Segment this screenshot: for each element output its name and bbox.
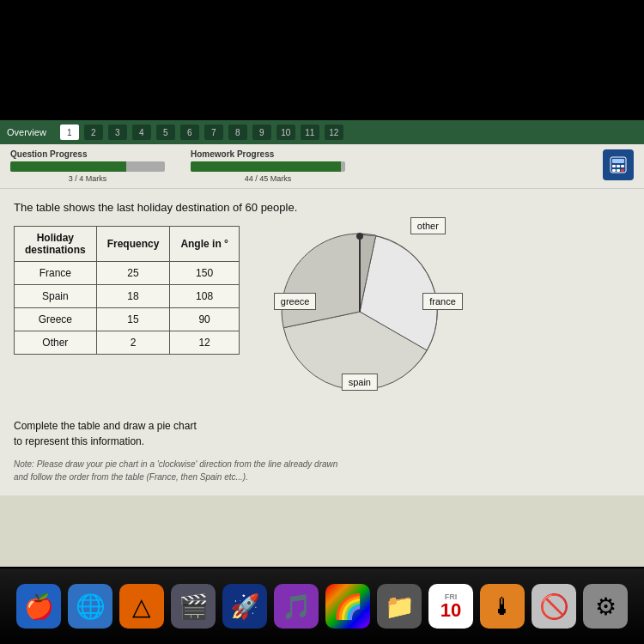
cell-greece-freq: 15 — [96, 308, 170, 331]
question-text: The table shows the last holiday destina… — [14, 201, 630, 214]
nav-overview[interactable]: Overview — [7, 127, 46, 137]
homework-progress-fill — [191, 161, 341, 172]
progress-section: Question Progress 3 / 4 Marks Homework P… — [0, 144, 644, 189]
complete-instruction: Complete the table and draw a pie chartt… — [14, 418, 630, 449]
note-text: Note: Please draw your pie chart in a 'c… — [14, 458, 630, 483]
question-progress-block: Question Progress 3 / 4 Marks — [10, 149, 165, 183]
dock-color[interactable]: 🌈 — [325, 584, 370, 629]
nav-num-2[interactable]: 2 — [84, 125, 103, 140]
cell-spain-angle: 108 — [170, 285, 239, 308]
dock-launchpad[interactable]: 🚀 — [222, 584, 267, 629]
dock-files[interactable]: 📁 — [377, 584, 422, 629]
nav-num-12[interactable]: 12 — [325, 125, 343, 140]
nav-num-9[interactable]: 9 — [252, 125, 271, 140]
col-header-frequency: Frequency — [96, 227, 170, 262]
cell-greece: Greece — [15, 308, 97, 331]
homework-progress-value: 44 / 45 Marks — [191, 174, 345, 183]
content-area: The table shows the last holiday destina… — [0, 189, 644, 495]
cell-spain-freq: 18 — [96, 285, 170, 308]
dock-siri[interactable]: 🎵 — [274, 584, 319, 629]
nav-num-4[interactable]: 4 — [132, 125, 151, 140]
svg-rect-6 — [617, 169, 620, 172]
nav-num-7[interactable]: 7 — [204, 125, 223, 140]
cell-other-freq: 2 — [96, 331, 170, 355]
svg-rect-3 — [617, 165, 620, 167]
dock-settings[interactable]: ⚙ — [583, 584, 628, 629]
svg-rect-2 — [612, 165, 616, 167]
table-row: France 25 150 — [15, 262, 240, 285]
cell-greece-angle: 90 — [170, 308, 239, 331]
svg-point-10 — [356, 233, 363, 240]
cell-france: France — [15, 262, 97, 285]
table-row: Other 2 12 — [15, 331, 240, 355]
nav-num-10[interactable]: 10 — [276, 125, 295, 140]
question-progress-value: 3 / 4 Marks — [10, 174, 165, 183]
nav-num-1[interactable]: 1 — [60, 125, 79, 140]
pie-label-france: france — [422, 293, 463, 310]
nav-num-11[interactable]: 11 — [301, 125, 319, 140]
nav-num-5[interactable]: 5 — [156, 125, 175, 140]
dock-finder[interactable]: 🍎 — [16, 584, 61, 629]
svg-rect-5 — [612, 169, 616, 172]
nav-num-3[interactable]: 3 — [108, 125, 127, 140]
dock-photos[interactable]: 🎬 — [171, 584, 216, 629]
question-progress-bar — [10, 161, 165, 172]
table-row: Greece 15 90 — [15, 308, 240, 331]
nav-num-8[interactable]: 8 — [228, 125, 247, 140]
col-header-angle: Angle in ° — [170, 227, 239, 262]
cell-spain: Spain — [15, 285, 97, 308]
cell-other-angle: 12 — [170, 331, 239, 355]
pie-label-greece: greece — [274, 293, 317, 310]
svg-rect-1 — [612, 159, 624, 163]
cell-france-freq: 25 — [96, 262, 170, 285]
nav-num-6[interactable]: 6 — [180, 125, 199, 140]
calculator-icon[interactable] — [603, 149, 634, 180]
cell-france-angle: 150 — [170, 262, 239, 285]
dock-no[interactable]: 🚫 — [532, 584, 576, 629]
table-chart-row: Holidaydestinations Frequency Angle in °… — [14, 226, 630, 406]
dock-safari[interactable]: 🌐 — [68, 584, 112, 629]
homework-progress-label: Homework Progress — [191, 149, 345, 159]
col-header-destinations: Holidaydestinations — [15, 227, 97, 262]
homework-progress-bar — [191, 161, 345, 172]
svg-rect-4 — [621, 165, 624, 167]
cell-other: Other — [15, 331, 97, 355]
data-table: Holidaydestinations Frequency Angle in °… — [14, 226, 240, 355]
question-progress-fill — [10, 161, 126, 172]
dock-weather[interactable]: 🌡 — [480, 584, 525, 629]
dock-calendar[interactable]: FRI 10 — [428, 584, 473, 629]
nav-bar: Overview 1 2 3 4 5 6 7 8 9 10 11 12 — [0, 120, 644, 144]
pie-label-other: other — [410, 217, 446, 234]
question-progress-label: Question Progress — [10, 149, 165, 159]
dock-appstore[interactable]: △ — [119, 584, 164, 629]
table-row: Spain 18 108 — [15, 285, 240, 308]
dock: 🍎 🌐 △ 🎬 🚀 🎵 🌈 📁 FRI 10 🌡 🚫 ⚙ — [0, 568, 644, 644]
svg-rect-7 — [621, 169, 624, 172]
homework-progress-block: Homework Progress 44 / 45 Marks — [191, 149, 345, 183]
pie-chart-container: other france greece spain — [265, 217, 454, 406]
pie-label-spain: spain — [342, 374, 378, 391]
